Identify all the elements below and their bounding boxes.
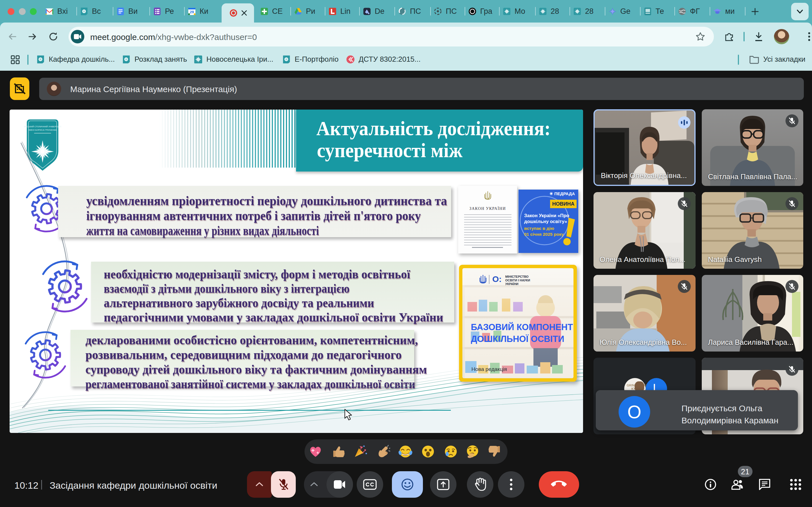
svg-text:Закон України «Про: Закон України «Про bbox=[524, 213, 569, 218]
svg-text:29: 29 bbox=[190, 10, 194, 14]
svg-text:вступає в дію: вступає в дію bbox=[524, 226, 554, 231]
svg-text:01 січня 2025 року: 01 січня 2025 року bbox=[524, 232, 564, 237]
svg-text:дошкільну освіту»: дошкільну освіту» bbox=[524, 219, 567, 224]
svg-text:НОВИНА: НОВИНА bbox=[552, 201, 574, 207]
